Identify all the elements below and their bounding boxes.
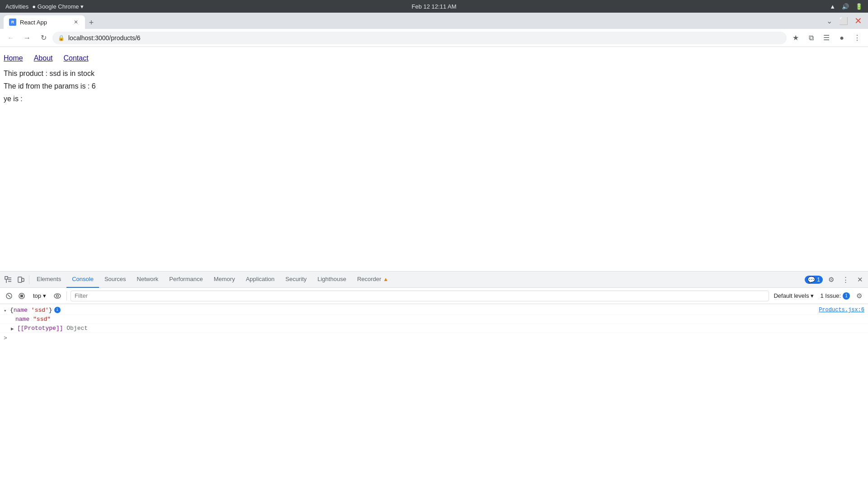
lock-icon: 🔒 <box>58 35 65 41</box>
activities-label[interactable]: Activities <box>5 3 28 10</box>
devtools-panel: Elements Console Sources Network Perform… <box>0 271 868 488</box>
page-nav: Home About Contact <box>4 54 864 62</box>
console-toolbar: top ▾ Default levels ▾ 1 Issue: <box>0 288 868 304</box>
forward-button[interactable]: → <box>20 31 34 45</box>
devtools-tabs: Elements Console Sources Network Perform… <box>31 272 805 288</box>
chrome-icon: ● <box>32 3 36 10</box>
devtools-right-controls: 💬 1 ⚙ ⋮ ✕ <box>805 273 866 286</box>
console-settings-button[interactable]: ⚙ <box>854 291 864 301</box>
battery-icon: 🔋 <box>855 3 863 10</box>
eye-button[interactable] <box>52 291 63 301</box>
dropdown-arrow: ▾ <box>80 3 84 10</box>
console-badge[interactable]: 💬 1 <box>805 276 823 284</box>
volume-icon: 🔊 <box>842 3 849 10</box>
close-devtools-button[interactable]: ✕ <box>854 273 866 286</box>
menu-button[interactable]: ⋮ <box>850 31 864 45</box>
console-info-icon: i <box>54 307 61 313</box>
sidebar-button[interactable]: ☰ <box>819 31 834 45</box>
tab-performance[interactable]: Performance <box>164 272 208 288</box>
address-bar: ← → ↻ 🔒 localhost:3000/products/6 ★ ⧉ ☰ … <box>0 29 868 47</box>
chrome-window: R React App ✕ + ⌄ ⬜ ✕ ← → ↻ 🔒 localhost:… <box>0 13 868 488</box>
console-object-prop-name: name : "ssd" <box>0 315 868 324</box>
system-bar-datetime: Feb 12 12:11 AM <box>411 3 456 10</box>
tab-security[interactable]: Security <box>280 272 312 288</box>
tab-recorder[interactable]: Recorder ▲ <box>352 272 394 288</box>
profile-button[interactable]: ● <box>835 31 849 45</box>
tab-lighthouse[interactable]: Lighthouse <box>312 272 352 288</box>
console-toolbar-right: Default levels ▾ 1 Issue: 1 ⚙ <box>771 291 864 301</box>
tab-favicon: R <box>9 19 16 26</box>
svg-line-4 <box>8 295 10 297</box>
context-selector[interactable]: top ▾ <box>29 291 50 300</box>
svg-rect-1 <box>18 277 22 282</box>
svg-rect-2 <box>22 278 24 282</box>
tab-console[interactable]: Console <box>66 272 99 288</box>
prototype-expand-icon[interactable]: ▶ <box>11 326 15 332</box>
settings-button[interactable]: ⚙ <box>825 273 837 286</box>
console-filter-input[interactable] <box>71 291 769 301</box>
dropdown-arrow-icon: ▾ <box>43 292 46 299</box>
restore-button[interactable]: ⬜ <box>837 14 850 27</box>
console-separator <box>66 291 67 300</box>
product-id-text: The id from the params is : 6 <box>4 82 864 90</box>
system-bar: Activities ● Google Chrome ▾ Feb 12 12:1… <box>0 0 868 13</box>
address-bar-right: ★ ⧉ ☰ ● ⋮ <box>788 31 864 45</box>
tab-sources[interactable]: Sources <box>99 272 132 288</box>
tab-title: React App <box>20 19 69 26</box>
system-bar-right: ▲ 🔊 🔋 <box>830 3 863 10</box>
issue-icon: 1 <box>843 292 850 300</box>
svg-point-8 <box>57 295 59 297</box>
window-close-button[interactable]: ✕ <box>852 14 864 27</box>
about-link[interactable]: About <box>34 54 53 62</box>
reload-button[interactable]: ↻ <box>36 31 51 45</box>
expand-arrow-icon[interactable]: ▾ <box>4 308 8 314</box>
svg-rect-0 <box>5 277 8 279</box>
active-tab[interactable]: R React App ✕ <box>4 15 85 29</box>
bookmark-button[interactable]: ★ <box>788 31 803 45</box>
issues-badge[interactable]: 1 Issue: 1 <box>820 292 850 300</box>
more-options-button[interactable]: ⋮ <box>839 273 852 286</box>
console-output: ▾ {name: 'ssd'} i Products.jsx:6 name : … <box>0 304 868 488</box>
toolbar-separator <box>29 275 29 284</box>
wifi-icon: ▲ <box>830 3 835 10</box>
devtools-toolbar: Elements Console Sources Network Perform… <box>0 272 868 288</box>
tab-elements[interactable]: Elements <box>31 272 66 288</box>
console-stop-button[interactable] <box>16 291 27 301</box>
svg-point-7 <box>54 294 61 298</box>
tab-controls: ⌄ ⬜ ✕ <box>823 14 864 29</box>
page-content: Home About Contact This product : ssd is… <box>0 47 868 271</box>
back-button[interactable]: ← <box>4 31 18 45</box>
console-clear-button[interactable] <box>4 291 14 301</box>
system-bar-left: Activities ● Google Chrome ▾ <box>5 3 84 10</box>
extension-button[interactable]: ⧉ <box>804 31 818 45</box>
product-type-text: ye is : <box>4 95 864 103</box>
default-levels-button[interactable]: Default levels ▾ <box>771 291 816 300</box>
tab-application[interactable]: Application <box>241 272 280 288</box>
home-link[interactable]: Home <box>4 54 23 62</box>
console-object-entry: ▾ {name: 'ssd'} i Products.jsx:6 <box>0 306 868 315</box>
tab-memory[interactable]: Memory <box>208 272 241 288</box>
contact-link[interactable]: Contact <box>64 54 89 62</box>
source-link[interactable]: Products.jsx:6 <box>819 307 864 313</box>
console-prompt[interactable]: > <box>0 333 868 343</box>
tab-network[interactable]: Network <box>132 272 164 288</box>
url-text: localhost:3000/products/6 <box>68 34 781 42</box>
browser-label[interactable]: ● Google Chrome ▾ <box>32 3 84 10</box>
product-stock-text: This product : ssd is in stock <box>4 70 864 78</box>
tab-bar: R React App ✕ + ⌄ ⬜ ✕ <box>0 13 868 29</box>
top-label: top <box>33 292 41 299</box>
console-prototype-entry: ▶ [[Prototype]] : Object <box>0 324 868 333</box>
inspect-element-button[interactable] <box>2 273 14 286</box>
new-tab-button[interactable]: + <box>85 16 98 29</box>
tab-search-button[interactable]: ⌄ <box>823 14 835 27</box>
tab-close-button[interactable]: ✕ <box>72 19 80 26</box>
levels-dropdown-icon: ▾ <box>811 292 814 299</box>
url-bar[interactable]: 🔒 localhost:3000/products/6 <box>52 32 787 44</box>
device-toolbar-button[interactable] <box>14 273 27 286</box>
svg-rect-6 <box>20 295 23 297</box>
